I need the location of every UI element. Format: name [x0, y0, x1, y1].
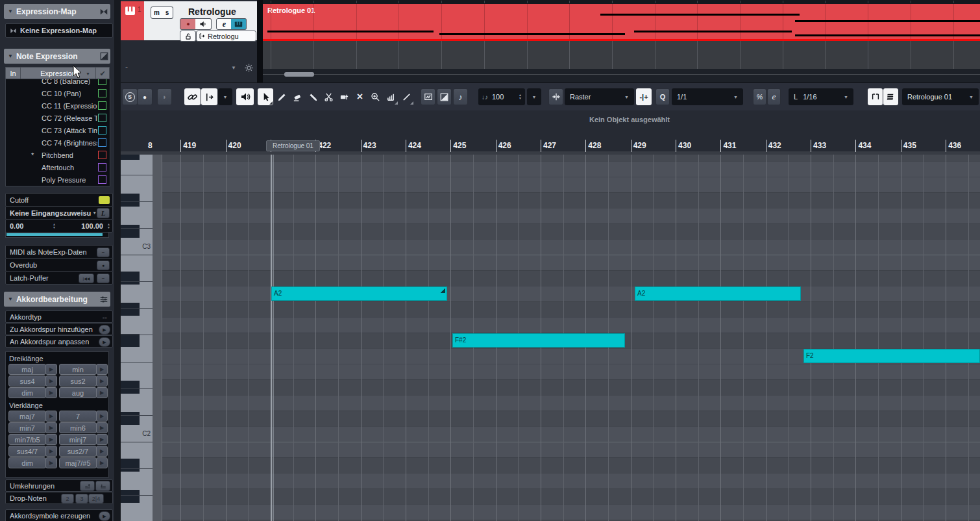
grid-row-B1[interactable] — [162, 442, 980, 457]
edit-instrument-button[interactable]: e — [216, 18, 232, 30]
zoom-tool[interactable] — [368, 88, 383, 105]
note-display[interactable]: A2F#2A2F2 C3C2 — [121, 155, 980, 521]
drop-note-button-3[interactable]: 3 — [75, 494, 88, 503]
midi-as-noteexp-button[interactable]: − — [97, 248, 110, 257]
chord-settings-icon[interactable] — [97, 292, 110, 307]
note-expression-row[interactable]: CC 74 (Brightness — [6, 136, 110, 149]
chord-button-sus2[interactable]: sus2 — [59, 375, 97, 387]
match-chord-track-button[interactable]: ▶ — [99, 337, 110, 347]
note-expression-color-checkbox[interactable] — [98, 163, 106, 172]
note-expression-row[interactable]: CC 72 (Release Ti — [6, 112, 110, 124]
grid-row-F3[interactable] — [162, 161, 980, 177]
learn-button[interactable]: L — [97, 208, 110, 218]
cutoff-color-swatch[interactable] — [99, 196, 110, 204]
panel-divider[interactable] — [114, 0, 121, 521]
chord-button-min6[interactable]: min6 — [59, 422, 97, 433]
grid-row-D#3[interactable] — [162, 192, 980, 208]
grid-row-A#1[interactable] — [162, 457, 980, 473]
note-expression-color-checkbox[interactable] — [98, 101, 106, 110]
grid-type-select[interactable]: Raster ▼ — [565, 88, 634, 105]
lock-button[interactable] — [180, 31, 196, 42]
note-expression-row[interactable]: CC 73 (Attack Tim — [6, 124, 110, 136]
note-expression-color-checkbox[interactable] — [98, 114, 106, 122]
midi-note-A2[interactable]: A2 — [635, 286, 801, 301]
chord-button-sus4[interactable]: sus4 — [8, 375, 46, 387]
note-expression-row[interactable]: Poly Pressure — [6, 173, 110, 186]
drop-note-button-2[interactable]: 2 — [61, 494, 74, 503]
piano-keyboard[interactable]: C3C2 — [121, 155, 153, 521]
cutoff-min-value[interactable]: 0.00 — [10, 222, 23, 230]
cutoff-routing-row[interactable]: Keine Eingangszuweisu ▼ L — [5, 206, 113, 220]
grid-row-G2[interactable] — [162, 317, 980, 333]
part-start-chip[interactable]: Retrologue 01 — [266, 140, 320, 151]
indicate-transpositions-button[interactable]: ♪ — [453, 88, 468, 105]
chord-button-sus47[interactable]: sus4/7 — [8, 446, 46, 457]
chord-flag-button[interactable]: ▶ — [96, 446, 108, 457]
note-expression-row[interactable]: CC 10 (Pan) — [6, 87, 110, 99]
note-expression-row[interactable]: CC 11 (Expression — [6, 99, 110, 112]
grid-row-D3[interactable] — [162, 208, 980, 223]
erase-tool[interactable] — [290, 88, 305, 105]
chord-flag-button[interactable]: ▶ — [45, 375, 57, 387]
iterative-quantize-button[interactable]: % — [753, 88, 766, 105]
chord-flag-button[interactable]: ▶ — [45, 364, 57, 375]
note-expression-row[interactable]: CC 8 (Balance) — [6, 79, 110, 87]
note-expression-color-checkbox[interactable] — [98, 151, 106, 159]
note-expression-row[interactable]: *Pitchbend — [6, 149, 110, 161]
chord-flag-button[interactable]: ▶ — [45, 434, 57, 445]
chord-button-aug[interactable]: aug — [59, 387, 97, 398]
piano-key-black-A#2[interactable] — [121, 272, 140, 285]
velocity-spinner[interactable]: ▲▼ — [519, 94, 522, 100]
make-chord-symbols-button[interactable]: ▶ — [99, 511, 110, 521]
piano-key-black-D#3[interactable] — [121, 194, 140, 207]
chord-flag-button[interactable]: ▶ — [45, 457, 57, 468]
inversion-up-button[interactable] — [80, 481, 95, 491]
output-routing-button[interactable]: Retrologu — [196, 31, 256, 42]
grid-row-F#3[interactable] — [162, 155, 980, 161]
min-spinner[interactable]: ▲▼ — [53, 223, 56, 229]
note-expression-col-check[interactable]: ✔ — [95, 67, 110, 80]
tracklist-dropdown-icon[interactable]: ▼ — [231, 65, 236, 71]
chord-button-dim[interactable]: dim — [8, 457, 46, 468]
chord-button-maj[interactable]: maj — [8, 364, 46, 375]
instrument-button[interactable] — [231, 18, 247, 30]
expression-map-selector[interactable]: Keine Expression-Map — [5, 23, 113, 38]
chord-flag-button[interactable]: ▶ — [45, 411, 57, 422]
grid-row-E2[interactable] — [162, 364, 980, 379]
quantize-preset-select[interactable]: 1/1 ▼ — [672, 88, 743, 105]
project-overview[interactable]: Retrologue 01 — [263, 0, 980, 83]
link-projekt-cursor-button[interactable] — [184, 88, 201, 105]
chord-flag-button[interactable]: ▶ — [45, 422, 57, 433]
grid-row-G#2[interactable] — [162, 301, 980, 317]
trim-tool[interactable] — [306, 88, 321, 105]
record-in-editor-button[interactable]: ● — [138, 88, 153, 105]
chord-button-min7[interactable]: min7 — [8, 422, 46, 433]
chord-flag-button[interactable]: ▶ — [45, 446, 57, 457]
grid-row-A#2[interactable] — [162, 270, 980, 286]
object-selection-tool[interactable] — [258, 88, 273, 105]
chord-button-min7b5[interactable]: min7/b5 — [8, 434, 46, 445]
quantize-icon-button[interactable]: Q — [655, 88, 670, 105]
autoscroll-options-dropdown[interactable]: ▼ — [218, 88, 232, 105]
grid-row-C#3[interactable] — [162, 223, 980, 239]
chord-button-min[interactable]: min — [59, 364, 97, 375]
chord-button-maj7[interactable]: maj7 — [8, 411, 46, 422]
grid-row-B2[interactable] — [162, 255, 980, 270]
tracklist-collapse-control[interactable]: - — [125, 62, 128, 71]
chord-flag-button[interactable]: ▶ — [96, 375, 108, 387]
piano-key-black-C#2[interactable] — [121, 412, 140, 425]
note-expression-col-expression[interactable]: Expression ▼ — [20, 67, 96, 80]
acoustic-feedback-button[interactable] — [236, 88, 254, 105]
midi-note-F#2[interactable]: F#2 — [452, 333, 625, 348]
length-quantize-select[interactable]: L 1/16 ▼ — [789, 88, 853, 105]
line-tool[interactable] — [399, 88, 414, 105]
chord-flag-button[interactable]: ▶ — [45, 387, 57, 398]
track-row-retrologue[interactable]: 1 m s Retrologue ● e Retrologu — [121, 1, 257, 40]
grid-row-G#1[interactable] — [162, 489, 980, 504]
ramp-tool[interactable] — [384, 88, 398, 105]
track-name[interactable]: Retrologue — [188, 6, 236, 17]
chord-type-row[interactable]: Akkordtyp -- — [5, 311, 113, 323]
chord-flag-button[interactable]: ▶ — [96, 411, 108, 422]
record-enable-button[interactable]: ● — [180, 18, 197, 30]
piano-key-black-G#1[interactable] — [121, 490, 140, 503]
